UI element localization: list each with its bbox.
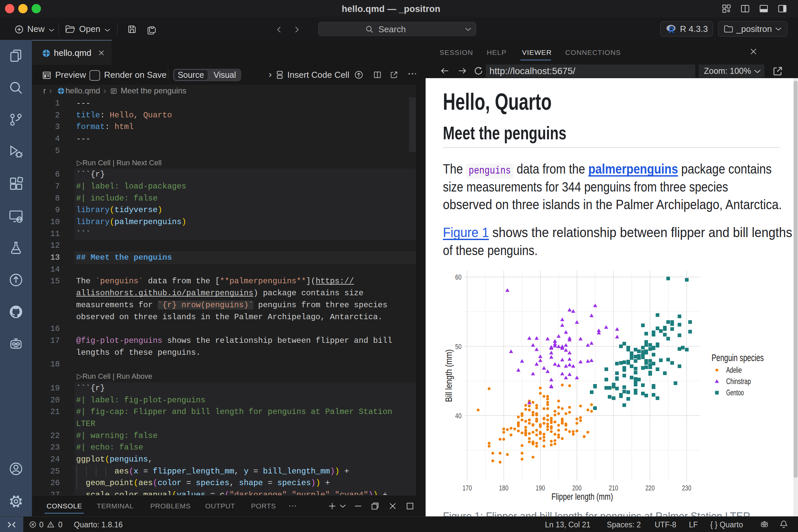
svg-text:230: 230 (682, 484, 691, 492)
svg-text:Penguin species: Penguin species (711, 353, 764, 363)
svg-text:Flipper length (mm): Flipper length (mm) (552, 492, 613, 502)
svg-text:R: R (669, 26, 674, 34)
svg-text:170: 170 (462, 484, 472, 492)
svg-text:180: 180 (499, 484, 508, 492)
svg-text:190: 190 (536, 484, 545, 492)
svg-text:200: 200 (572, 484, 582, 492)
svg-text:60: 60 (455, 273, 461, 281)
svg-text:Gentoo: Gentoo (726, 388, 744, 397)
svg-text:Adelie: Adelie (726, 366, 742, 374)
svg-text:210: 210 (609, 484, 618, 492)
svg-text:Chinstrap: Chinstrap (726, 377, 751, 386)
svg-text:Bill length (mm): Bill length (mm) (444, 349, 454, 402)
svg-text:50: 50 (455, 342, 461, 351)
svg-text:40: 40 (455, 412, 461, 420)
svg-text:220: 220 (645, 484, 655, 492)
